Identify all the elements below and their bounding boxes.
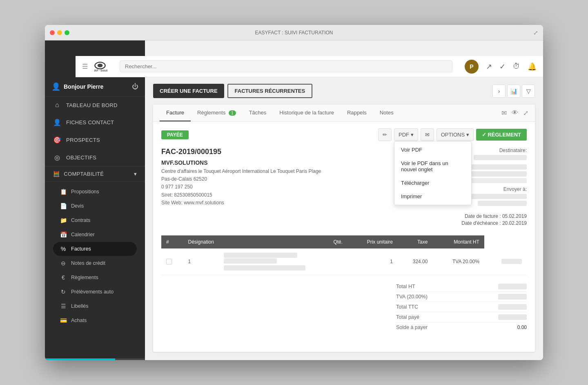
creer-facture-button[interactable]: CRÉER UNE FACTURE [153, 84, 224, 98]
window-title: EASYFACT : SUIVI FACTURATION [255, 30, 333, 36]
company-phone: 0 977 197 250 [161, 183, 412, 191]
col-qte: Qté. [219, 235, 347, 248]
hamburger-icon[interactable]: ☰ [82, 63, 88, 70]
minimize-button[interactable] [57, 30, 62, 35]
sidebar: 👤 Bonjour Pierre ⏻ ⌂ TABLEAU DE BORD 👤 F… [45, 40, 145, 360]
total-ht-row: Total HT [396, 282, 527, 292]
sidebar-item-factures[interactable]: % Factures [53, 242, 137, 256]
home-icon: ⌂ [53, 101, 61, 109]
chart-view-button[interactable]: 📊 [507, 85, 520, 98]
dest-addr2 [470, 171, 527, 177]
filter-button[interactable]: ▽ [522, 85, 535, 98]
tab-notes[interactable]: Notes [373, 105, 400, 121]
maximize-button[interactable] [65, 30, 69, 35]
power-icon[interactable]: ⏻ [132, 83, 138, 90]
envoi-addr1 [466, 194, 527, 199]
sidebar-header: 👤 Bonjour Pierre ⏻ [45, 77, 145, 96]
nav-icons: P ↗ ✓ ⏱ 🔔 [465, 60, 537, 74]
email-tab-icon[interactable]: ✉ [501, 109, 507, 117]
sidebar-item-libelles[interactable]: ☰ Libellés [53, 299, 137, 313]
logo-area: IAF · Solutions [93, 61, 107, 72]
sidebar-label-calendrier: Calendrier [71, 232, 95, 237]
sidebar-username: Bonjour Pierre [64, 83, 103, 90]
svg-text:IAF · Solutions: IAF · Solutions [94, 69, 107, 72]
sidebar-item-prelevements[interactable]: ↻ Prélèvements auto [53, 285, 137, 299]
tab-rappels[interactable]: Rappels [341, 105, 373, 121]
sidebar-item-achats[interactable]: 💳 Achats [53, 313, 137, 327]
clock-icon[interactable]: ⏱ [513, 62, 520, 71]
reglements-badge: 1 [229, 110, 236, 116]
reglements-icon: € [60, 274, 67, 281]
col-num: # [161, 235, 183, 248]
chevron-down-icon: ▾ [134, 171, 137, 177]
check-icon[interactable]: ✓ [499, 62, 506, 71]
list-view-button[interactable]: › [492, 85, 506, 98]
totals-table: Total HT TVA (20.00%) Total TTC [396, 282, 527, 332]
expand-icon[interactable]: ⤢ [533, 29, 538, 36]
search-input[interactable] [120, 60, 452, 72]
calendrier-icon: 📅 [60, 231, 67, 238]
voir-pdf-item[interactable]: Voir PDF [394, 143, 471, 157]
edit-button[interactable]: ✏ [378, 128, 392, 141]
tab-taches[interactable]: Tâches [243, 105, 273, 121]
pdf-dropdown-container: PDF ▾ Voir PDF Voir le PDF dans un nouve… [394, 128, 418, 141]
tab-reglements[interactable]: Règlements 1 [191, 105, 243, 121]
toolbar-right: ✏ PDF ▾ Voir PDF Voir le PDF dans un nou… [378, 128, 527, 141]
company-siret: Siret: 82530850500015 [161, 191, 412, 199]
eye-tab-icon[interactable]: 👁 [512, 109, 518, 117]
sidebar-user: 👤 Bonjour Pierre [51, 82, 103, 91]
bell-icon[interactable]: 🔔 [528, 62, 537, 71]
sidebar-item-propositions[interactable]: 📋 Propositions [53, 185, 137, 199]
share-icon[interactable]: ↗ [486, 62, 492, 71]
sidebar-item-tableau-de-bord[interactable]: ⌂ TABLEAU DE BORD [45, 96, 145, 114]
prelevements-icon: ↻ [60, 289, 67, 295]
total-ht-value [498, 284, 527, 289]
sidebar-item-calendrier[interactable]: 📅 Calendrier [53, 228, 137, 242]
cell-taxe: TVA 20.00% [432, 248, 484, 275]
solde-row: Solde à payer 0.00 [396, 322, 527, 332]
destinataire-value [474, 155, 527, 160]
traffic-lights [50, 30, 69, 35]
sidebar-label-contrats: Contrats [71, 217, 90, 223]
telecharger-item[interactable]: Télécharger [394, 176, 471, 190]
date-facture-row: Date de facture : 05.02.2019 [421, 213, 527, 219]
expand-tab-icon[interactable]: ⤢ [523, 109, 528, 117]
sidebar-item-reglements[interactable]: € Règlements [53, 271, 137, 284]
options-button[interactable]: OPTIONS ▾ [437, 128, 474, 141]
voir-pdf-onglet-item[interactable]: Voir le PDF dans un nouvel onglet [394, 157, 471, 176]
totals-section: Total HT TVA (20.00%) Total TTC [161, 282, 527, 332]
tab-facture[interactable]: Facture [160, 105, 191, 121]
total-paye-row: Total payé [396, 312, 527, 322]
factures-recurrentes-button[interactable]: FACTURES RÉCURRENTES [227, 84, 313, 98]
sidebar-item-devis[interactable]: 📄 Devis [53, 199, 137, 213]
factures-icon: % [60, 246, 67, 252]
sidebar-label-propositions: Propositions [71, 189, 99, 195]
user-icon: 👤 [51, 82, 60, 91]
sidebar-label-reglements: Règlements [71, 275, 98, 280]
invoice-body: PAYÉE ✏ PDF ▾ Voir PDF Voir le PDF dans … [153, 122, 535, 352]
svg-point-1 [98, 63, 103, 67]
main-content: CRÉER UNE FACTURE FACTURES RÉCURRENTES ›… [145, 40, 543, 360]
sidebar-item-comptabilite[interactable]: 🧮 COMPTABILITÉ ▾ [45, 166, 145, 181]
avatar[interactable]: P [465, 60, 479, 74]
action-bar: CRÉER UNE FACTURE FACTURES RÉCURRENTES ›… [145, 77, 543, 105]
devis-icon: 📄 [60, 203, 67, 209]
invoice-tabs: Facture Règlements 1 Tâches Historique d… [153, 105, 535, 122]
invoice-number: FAC-2019/000195 [161, 148, 412, 156]
email-button[interactable]: ✉ [421, 128, 434, 141]
sidebar-item-notes-credit[interactable]: ⊖ Notes de crédit [53, 256, 137, 270]
close-button[interactable] [50, 30, 55, 35]
propositions-icon: 📋 [60, 188, 67, 195]
sidebar-item-contrats[interactable]: 📁 Contrats [53, 213, 137, 227]
sidebar-item-prospects[interactable]: 🎯 PROSPECTS [45, 131, 145, 149]
logo-icon: IAF · Solutions [93, 61, 107, 72]
reglement-button[interactable]: ✓ RÈGLEMENT [476, 129, 527, 141]
col-prix: Prix unitaire [347, 235, 398, 248]
sidebar-item-fiches-contact[interactable]: 👤 FICHES CONTACT [45, 114, 145, 131]
cell-checkbox[interactable] [161, 248, 183, 275]
invoice-content: FAC-2019/000195 MVF.SOLUTIONS Centre d'a… [161, 148, 527, 227]
sidebar-item-objectifs[interactable]: ◎ OBJECTIFS [45, 149, 145, 166]
pdf-button[interactable]: PDF ▾ [394, 128, 418, 141]
imprimer-item[interactable]: Imprimer [394, 190, 471, 203]
tab-historique[interactable]: Historique de la facture [273, 105, 341, 121]
